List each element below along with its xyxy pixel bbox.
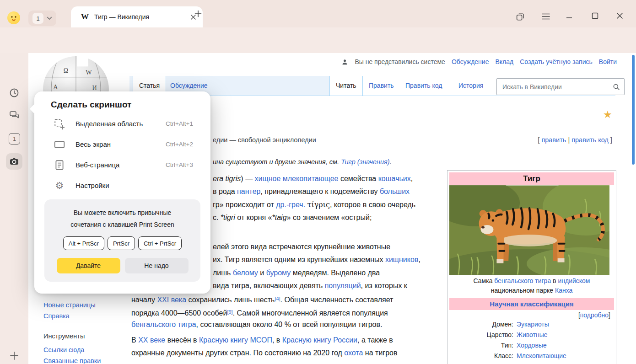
tab-history[interactable]: История <box>453 76 489 96</box>
tiger-photo[interactable] <box>449 185 609 275</box>
keycap-prtscr[interactable]: PrtScr <box>108 236 135 250</box>
add-panel-button[interactable] <box>9 350 20 361</box>
side-panels-button[interactable] <box>515 12 525 22</box>
text-segment: семейства <box>339 175 378 182</box>
wiki-link[interactable]: XX веке <box>138 336 165 344</box>
classification-link[interactable]: Научная классификация <box>490 300 573 308</box>
article-line: охранные документы других стран. По сост… <box>131 348 397 358</box>
text-segment: , <box>418 256 420 263</box>
wiki-link[interactable]: Красную книгу МСОП <box>199 336 272 344</box>
text-segment: охранные документы других стран. По сост… <box>131 349 344 357</box>
article-line: их. Тигр является одним из крупнейших на… <box>213 255 420 265</box>
text-segment: , а также в <box>357 336 393 344</box>
hint-text-line2: сочетания с клавишей Print Screen <box>70 219 174 230</box>
profile-avatar[interactable] <box>7 11 20 24</box>
page-scrollbar[interactable] <box>632 55 635 165</box>
wiki-link[interactable]: бурому <box>266 269 291 277</box>
wiki-link[interactable]: охота <box>344 349 363 357</box>
wiki-link[interactable]: бенгальского тигра <box>131 321 196 328</box>
menu-item-web-page[interactable]: Веб-страница Ctrl+Alt+3 <box>34 155 210 175</box>
text-segment: В <box>131 336 138 344</box>
taxon-value[interactable]: Животные <box>517 330 548 340</box>
wiki-link[interactable]: Красную книгу России <box>282 336 357 344</box>
wiki-link[interactable]: хищников <box>385 256 418 263</box>
decline-button[interactable]: Не надо <box>125 258 189 273</box>
text-segment: *taig <box>272 214 287 221</box>
accept-button[interactable]: Давайте <box>57 258 120 273</box>
taxon-value[interactable]: Хордовые <box>517 340 547 351</box>
article-line: началу XXI века сохранились лишь шесть[4… <box>131 294 393 305</box>
text-segment: , в <box>272 336 282 344</box>
tabs-panel-button[interactable]: 1 <box>9 133 20 145</box>
sidebar-link-related-changes[interactable]: Связанные правки <box>43 357 101 364</box>
window-minimize-button[interactable] <box>566 14 572 19</box>
text-segment: ина существуют и другие значения, см. <box>213 158 341 166</box>
wiki-link[interactable]: больших <box>380 187 410 195</box>
edit-link[interactable]: править <box>541 136 566 144</box>
userbar-link-contribs[interactable]: Вклад <box>495 58 513 65</box>
text-segment: национальном парке <box>491 287 555 294</box>
tab-group-pill[interactable]: 1 <box>28 11 56 26</box>
wiki-link[interactable]: кошачьих <box>378 175 411 182</box>
reference-link[interactable]: [4] <box>275 296 280 301</box>
separator: | <box>566 136 571 144</box>
tab-edit[interactable]: Править <box>363 76 400 96</box>
wiki-search-box[interactable] <box>496 78 625 95</box>
menu-item-shortcut: Ctrl+Alt+1 <box>166 120 193 127</box>
taxon-rank: Тип: <box>449 340 517 351</box>
menu-item-full-screen[interactable]: Весь экран Ctrl+Alt+2 <box>34 134 210 155</box>
wiki-link[interactable]: др.-греч. <box>276 201 305 209</box>
wiki-link[interactable]: индийском <box>558 277 590 284</box>
watch-star-icon[interactable]: ★ <box>603 109 612 121</box>
text-segment: елей этого вида встречаются крупнейшие ж… <box>213 243 390 251</box>
taxon-rank: Царство: <box>449 330 517 340</box>
text-segment: на тигров <box>363 349 397 357</box>
sidebar-link-whatlinkshere[interactable]: Ссылки сюда <box>43 346 84 353</box>
text-segment: , из которых к <box>361 282 407 289</box>
chats-button[interactable] <box>9 110 20 121</box>
svg-text:А: А <box>53 83 58 91</box>
text-segment: , которое в свою очередь <box>330 201 415 209</box>
image-caption-line1: Самка бенгальского тигра в индийском <box>449 276 614 286</box>
userbar-link-talk[interactable]: Обсуждение <box>452 58 489 65</box>
search-input[interactable] <box>501 83 612 91</box>
text-segment: в <box>551 277 558 284</box>
taxon-value[interactable]: Эукариоты <box>517 319 549 330</box>
wiki-link[interactable]: белому <box>233 269 258 277</box>
details-link[interactable]: подробно <box>580 311 609 319</box>
window-close-button[interactable] <box>616 12 623 19</box>
wiki-link[interactable]: хищное млекопитающее <box>255 175 339 182</box>
tab-read[interactable]: Читать <box>329 76 363 96</box>
browser-tab[interactable]: W Тигр — Википедия <box>71 6 203 27</box>
screenshot-tool-button[interactable] <box>6 153 22 170</box>
tab-edit-code[interactable]: Править код <box>399 76 448 96</box>
wiki-link[interactable]: Канха <box>555 287 572 294</box>
wiki-link[interactable]: бенгальского тигра <box>494 277 551 284</box>
search-icon[interactable] <box>612 83 620 91</box>
sidebar-link-new-pages[interactable]: Новые страницы <box>43 301 96 309</box>
wiki-link[interactable]: Тигр (значения) <box>341 158 390 166</box>
menu-item-selected-area[interactable]: Выделенная область Ctrl+Alt+1 <box>34 113 210 134</box>
menu-item-settings[interactable]: ⚙ Настройки <box>34 175 210 196</box>
hint-buttons-row: Давайте Не надо <box>57 258 189 273</box>
keycap-ctrl-prtscr[interactable]: Ctrl + PrtScr <box>138 236 182 250</box>
sidebar-link-help[interactable]: Справка <box>43 312 70 320</box>
browser-menu-button[interactable] <box>541 12 550 21</box>
svg-text:Ω: Ω <box>64 67 69 74</box>
reference-link[interactable]: [9] <box>227 309 232 315</box>
wiki-link[interactable]: популяций <box>325 282 361 289</box>
edit-code-link[interactable]: править код <box>571 136 609 144</box>
text-segment: . <box>390 158 392 166</box>
userbar-link-create-account[interactable]: Создать учётную запись <box>520 58 593 65</box>
wiki-link[interactable]: XXI века <box>157 296 186 304</box>
text-segment: порядка 4000—6500 особей <box>131 309 227 317</box>
keycap-alt-prtscr[interactable]: Alt + PrtScr <box>63 236 104 250</box>
window-maximize-button[interactable] <box>592 12 598 19</box>
article-line: гр» происходит от др.-греч. τίγρις, кото… <box>213 200 415 210</box>
wiki-link[interactable]: пантер <box>237 187 260 195</box>
taxon-value[interactable]: Млекопитающие <box>517 351 566 361</box>
userbar-link-login[interactable]: Войти <box>599 58 617 65</box>
new-tab-button[interactable] <box>194 10 202 18</box>
history-button[interactable] <box>9 87 20 98</box>
taxonomy-row: Класс:Млекопитающие <box>449 351 614 361</box>
